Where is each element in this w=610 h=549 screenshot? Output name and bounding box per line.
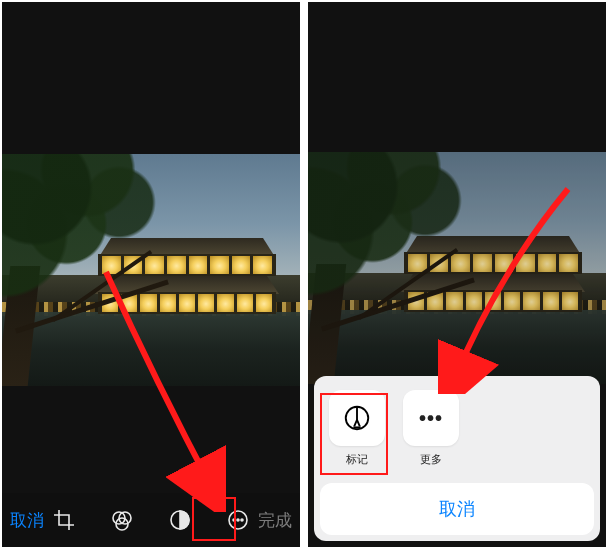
filters-icon[interactable] (108, 506, 136, 534)
done-button[interactable]: 完成 (258, 509, 292, 532)
photo-preview[interactable] (2, 154, 300, 386)
markup-icon (329, 390, 385, 446)
left-screenshot: 取消 (2, 2, 300, 547)
sheet-item-label: 标记 (326, 452, 388, 467)
right-screenshot: 标记 ••• 更多 取消 (308, 2, 606, 547)
editor-toolbar: 取消 (2, 493, 300, 547)
svg-point-7 (241, 519, 243, 521)
sheet-cancel-button[interactable]: 取消 (320, 483, 594, 535)
action-sheet-row: 标记 ••• 更多 (324, 386, 590, 477)
sheet-item-label: 更多 (400, 452, 462, 467)
photo-preview[interactable] (308, 152, 606, 384)
more-icon[interactable] (224, 506, 252, 534)
sheet-item-markup[interactable]: 标记 (326, 390, 388, 467)
adjust-icon[interactable] (166, 506, 194, 534)
action-sheet: 标记 ••• 更多 取消 (314, 376, 600, 541)
editor-topbar (2, 2, 300, 26)
cancel-button[interactable]: 取消 (10, 509, 44, 532)
svg-point-6 (237, 519, 239, 521)
sheet-item-more[interactable]: ••• 更多 (400, 390, 462, 467)
crop-icon[interactable] (50, 506, 78, 534)
svg-point-5 (233, 519, 235, 521)
more-dots-icon: ••• (403, 390, 459, 446)
editor-topbar (308, 2, 606, 26)
